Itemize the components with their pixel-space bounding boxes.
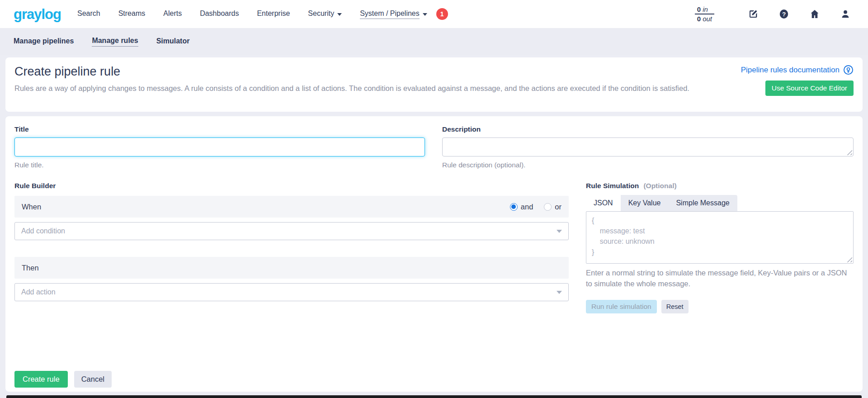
- title-description-row: Title Rule title. Description Rule descr…: [14, 125, 854, 169]
- description-help: Rule description (optional).: [442, 161, 854, 169]
- tab-simple-message[interactable]: Simple Message: [668, 195, 737, 211]
- subnav-manage-rules[interactable]: Manage rules: [92, 37, 138, 47]
- operator-radio-group: and or: [510, 203, 561, 211]
- page-header: Create pipeline rule Rules are a way of …: [5, 57, 863, 112]
- description-field-group: Description Rule description (optional).: [442, 125, 854, 169]
- run-rule-simulation-button[interactable]: Run rule simulation: [586, 300, 657, 313]
- nav-item-search[interactable]: Search: [77, 9, 100, 19]
- tab-key-value[interactable]: Key Value: [621, 195, 669, 211]
- when-row: When and or: [14, 196, 569, 218]
- or-label: or: [555, 203, 561, 211]
- throughput-in-value: 0: [697, 5, 701, 13]
- doc-link-label: Pipeline rules documentation: [741, 66, 840, 75]
- rule-builder-heading: Rule Builder: [14, 182, 569, 190]
- user-icon[interactable]: [840, 9, 851, 19]
- nav-item-system-pipelines[interactable]: System / Pipelines: [360, 9, 427, 19]
- top-navbar: graylog Search Streams Alerts Dashboards…: [0, 0, 868, 28]
- add-condition-placeholder: Add condition: [21, 227, 557, 235]
- throughput-indicator[interactable]: 0in 0out: [695, 5, 714, 23]
- chevron-down-icon: [557, 230, 562, 233]
- pipeline-docs-link[interactable]: Pipeline rules documentation: [741, 65, 854, 75]
- throughput-out-value: 0: [697, 15, 701, 23]
- tab-json[interactable]: JSON: [586, 195, 621, 211]
- description-textarea[interactable]: [442, 137, 854, 156]
- nav-item-enterprise[interactable]: Enterprise: [257, 9, 290, 19]
- then-label: Then: [22, 264, 39, 272]
- main-nav: Search Streams Alerts Dashboards Enterpr…: [77, 9, 427, 19]
- simulation-buttons: Run rule simulation Reset: [586, 300, 854, 313]
- throughput-out-unit: out: [703, 15, 712, 23]
- home-icon[interactable]: [809, 9, 820, 19]
- create-rule-button[interactable]: Create rule: [14, 371, 68, 388]
- notification-badge[interactable]: 1: [436, 8, 448, 20]
- rule-builder-column: Rule Builder When and or Add condition: [14, 182, 569, 313]
- add-condition-select[interactable]: Add condition: [14, 222, 569, 240]
- reset-button[interactable]: Reset: [661, 300, 689, 313]
- title-label: Title: [14, 125, 425, 133]
- chevron-down-icon: [337, 13, 342, 16]
- form-actions: Create rule Cancel: [14, 371, 112, 388]
- simulation-help: Enter a normal string to simulate the me…: [586, 268, 854, 289]
- title-help: Rule title.: [14, 161, 425, 169]
- operator-and-radio[interactable]: and: [510, 203, 533, 211]
- add-action-select[interactable]: Add action: [14, 283, 569, 301]
- operator-or-radio[interactable]: or: [544, 203, 561, 211]
- header-actions: Pipeline rules documentation Use Source …: [741, 65, 854, 96]
- chevron-down-icon: [423, 13, 427, 16]
- simulation-tabs: JSON Key Value Simple Message: [586, 195, 737, 211]
- topbar-right: 0in 0out ?: [695, 5, 856, 23]
- page-description: Rules are a way of applying changes to m…: [14, 83, 738, 94]
- help-icon[interactable]: ?: [778, 9, 789, 19]
- window-bottom-edge: [6, 395, 862, 398]
- pipelines-subnav: Manage pipelines Manage rules Simulator: [0, 28, 868, 55]
- description-textarea-wrap: [442, 137, 854, 156]
- when-label: When: [22, 203, 41, 211]
- lightbulb-icon: [843, 65, 854, 75]
- cancel-button[interactable]: Cancel: [74, 371, 112, 388]
- compose-edit-icon[interactable]: [748, 9, 759, 19]
- subnav-simulator[interactable]: Simulator: [156, 37, 190, 47]
- rule-simulation-heading: Rule Simulation (Optional): [586, 182, 854, 190]
- builder-simulation-row: Rule Builder When and or Add condition: [14, 182, 854, 313]
- subnav-manage-pipelines[interactable]: Manage pipelines: [14, 37, 74, 47]
- nav-item-alerts[interactable]: Alerts: [163, 9, 182, 19]
- rule-form-card: Title Rule title. Description Rule descr…: [5, 116, 863, 392]
- svg-text:?: ?: [782, 11, 786, 18]
- description-label: Description: [442, 125, 854, 133]
- title-field-group: Title Rule title.: [14, 125, 425, 169]
- rule-simulation-column: Rule Simulation (Optional) JSON Key Valu…: [586, 182, 854, 313]
- use-source-code-editor-button[interactable]: Use Source Code Editor: [765, 81, 854, 96]
- nav-item-dashboards[interactable]: Dashboards: [200, 9, 239, 19]
- radio-checked-icon: [510, 203, 518, 211]
- page-title: Create pipeline rule: [14, 65, 854, 79]
- simulation-textarea-wrap: [586, 211, 854, 264]
- optional-label: (Optional): [643, 182, 676, 190]
- nav-item-streams[interactable]: Streams: [118, 9, 146, 19]
- simulation-message-textarea[interactable]: [586, 211, 854, 264]
- add-action-placeholder: Add action: [21, 288, 557, 296]
- topbar-icons: ?: [748, 9, 856, 19]
- chevron-down-icon: [557, 291, 562, 294]
- then-row: Then: [14, 257, 569, 279]
- and-label: and: [521, 203, 533, 211]
- title-input[interactable]: [14, 137, 425, 156]
- nav-item-security[interactable]: Security: [308, 9, 342, 19]
- graylog-logo[interactable]: graylog: [14, 7, 61, 21]
- radio-unchecked-icon: [544, 203, 552, 211]
- throughput-in-unit: in: [703, 5, 708, 13]
